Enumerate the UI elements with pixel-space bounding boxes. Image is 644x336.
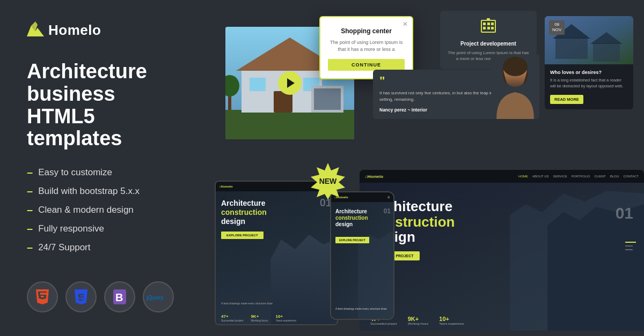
new-badge: NEW (309, 162, 347, 200)
svg-rect-11 (314, 88, 341, 110)
feature-item-4: –Fully responsive (27, 222, 188, 235)
laptop-nav: HOME ABOUT US SERVICE PORTFOLIO CLIENT B… (518, 175, 639, 178)
blog-date: 08NOV (549, 20, 565, 35)
svg-text:jQuery: jQuery (147, 295, 164, 301)
laptop-stat-label-2: Working hours (408, 322, 429, 325)
feature-item-5: –24/7 Support (27, 241, 188, 253)
phone-hero-title: Architectureconstructiondesign (335, 208, 368, 228)
svg-point-29 (503, 57, 528, 76)
tablet-stat-1: 47+ Succeeded project (221, 314, 243, 322)
svg-rect-17 (491, 23, 494, 25)
top-row: ✕ Shopping center The point of using Lor… (225, 11, 633, 161)
tablet-hero-title: Architectureconstructiondesign (221, 199, 267, 226)
tablet-stat-num-1: 47+ (221, 314, 243, 319)
laptop-navbar: ⌂Homelo HOME ABOUT US SERVICE PORTFOLIO … (360, 170, 644, 183)
tablet-stat-label-3: Years experience (276, 319, 296, 322)
laptop-nav-client[interactable]: CLIENT (594, 175, 605, 178)
laptop-number: 01 (616, 204, 633, 222)
laptop-stat-label-1: Succeeded project (370, 322, 397, 325)
laptop-nav-dots (625, 242, 636, 250)
svg-rect-21 (487, 18, 490, 21)
blog-text: It is a long established fact that a rea… (550, 78, 628, 89)
svg-rect-19 (487, 27, 490, 29)
svg-rect-15 (483, 23, 486, 25)
tablet-stat-label-1: Succeeded project (221, 319, 243, 322)
phone-hero: Architectureconstructiondesign EXPLORE P… (331, 202, 393, 320)
main-heading: Architecture business HTML5 templates (27, 61, 188, 150)
tablet-hero: Architectureconstructiondesign EXPLORE P… (216, 191, 337, 325)
phone-menu-icon[interactable]: ≡ (387, 195, 390, 200)
modal-text: The point of using Lorem Ipsum is that i… (328, 39, 405, 53)
laptop-stat-num-2: 9K+ (408, 316, 429, 322)
logo-text: Homelo (48, 22, 101, 39)
phone-number: 01 (384, 207, 391, 215)
laptop-nav-home[interactable]: HOME (518, 175, 528, 178)
modal-close-button[interactable]: ✕ (402, 20, 408, 28)
testimonial-photo (491, 55, 539, 119)
svg-text:NEW: NEW (319, 177, 337, 185)
right-panel: ✕ Shopping center The point of using Lor… (215, 0, 644, 336)
svg-rect-18 (483, 27, 486, 29)
laptop-stat-2: 9K+ Working hours (408, 316, 429, 325)
feature-item-1: –Easy to customize (27, 166, 188, 178)
laptop-mockup: ⌂Homelo HOME ABOUT US SERVICE PORTFOLIO … (360, 170, 644, 331)
blog-read-more-button[interactable]: READ MORE (550, 95, 583, 104)
bottom-row: NEW ⌂Homelo Architectureconstructiondesi… (215, 159, 644, 336)
features-list: –Easy to customize –Build with bootstrap… (27, 166, 188, 260)
jquery-badge: jQuery (143, 281, 174, 312)
html5-badge (27, 281, 58, 312)
modal-title: Shopping center (328, 27, 405, 35)
left-panel: Homelo Architecture business HTML5 templ… (0, 0, 215, 336)
svg-rect-8 (250, 78, 266, 91)
blog-title: Who loves or desires? (550, 70, 628, 75)
svg-rect-23 (555, 38, 588, 59)
svg-rect-16 (487, 23, 490, 25)
tablet-stat-num-3: 10+ (276, 314, 296, 319)
play-icon (287, 78, 295, 88)
laptop-stat-label-3: Years experience (439, 322, 464, 325)
tablet-stat-label-2: Working hours (251, 319, 268, 322)
svg-text:B: B (115, 292, 123, 303)
logo-icon (27, 21, 44, 39)
laptop-nav-about[interactable]: ABOUT US (532, 175, 549, 178)
tablet-stat-num-2: 9K+ (251, 314, 268, 319)
logo-area: Homelo (27, 21, 188, 39)
tablet-mockup: ⌂Homelo Architectureconstructiondesign E… (215, 181, 338, 325)
laptop-stat-3: 10+ Years experience (439, 316, 464, 325)
tablet-bottom-text: A best drawings make every structure dra… (221, 302, 273, 305)
bootstrap-badge: B (104, 281, 135, 312)
feature-item-3: –Clean & modern design (27, 204, 188, 216)
laptop-nav-service[interactable]: SERVICE (553, 175, 567, 178)
laptop-stat-num-3: 10+ (439, 316, 464, 322)
laptop-nav-contact[interactable]: CONTACT (623, 175, 639, 178)
testimonial-card: " It has survived not only five centurie… (373, 70, 539, 119)
svg-rect-14 (481, 20, 495, 32)
blog-card: 08NOV Who loves or desires? It is a long… (545, 16, 633, 109)
tech-badges: B jQuery (27, 281, 188, 312)
svg-rect-25 (593, 43, 620, 62)
svg-rect-20 (491, 27, 494, 29)
building-icon (448, 18, 529, 36)
phone-explore-button[interactable]: EXPLORE PROJECT (335, 237, 369, 243)
modal-continue-button[interactable]: CONTINUE (328, 59, 405, 71)
blog-content: Who loves or desires? It is a long estab… (545, 64, 633, 109)
feature-item-2: –Build with bootstrap 5.x.x (27, 185, 188, 197)
project-card-title: Project developement (448, 41, 529, 47)
tablet-stats: 47+ Succeeded project 9K+ Working hours … (221, 314, 296, 322)
tablet-explore-button[interactable]: EXPLORE PROJECT (221, 232, 264, 239)
css3-badge (65, 281, 97, 312)
tablet-logo: ⌂Homelo (219, 185, 233, 188)
play-button[interactable] (278, 71, 302, 95)
laptop-logo: ⌂Homelo (365, 174, 383, 179)
laptop-nav-portfolio[interactable]: PORTFOLIO (572, 175, 590, 178)
phone-bottom-text: A best drawings make every structure dra… (335, 307, 387, 310)
blog-image: 08NOV (545, 16, 633, 64)
tablet-building-svg (267, 230, 337, 325)
tablet-stat-2: 9K+ Working hours (251, 314, 268, 322)
laptop-hero: Architectureconstructiondesign EXPLORE P… (360, 183, 644, 331)
svg-rect-4 (225, 110, 354, 139)
tablet-stat-3: 10+ Years experience (276, 314, 296, 322)
laptop-nav-blog[interactable]: BLOG (610, 175, 619, 178)
phone-mockup: ⌂Homelo ≡ Architectureconstructiondesign (330, 191, 394, 320)
